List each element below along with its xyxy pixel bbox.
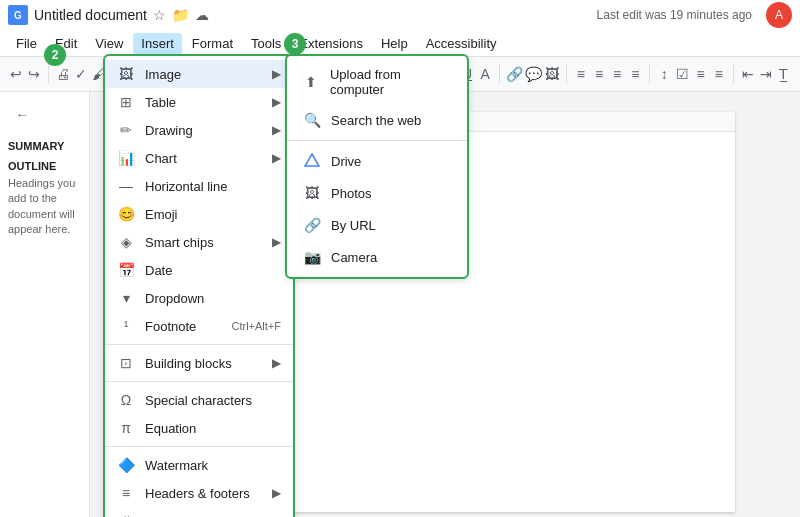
outline-hint: Headings you add to the document will ap… [8, 176, 81, 238]
toolbar-divider-10 [733, 64, 734, 84]
menu-format[interactable]: Format [184, 33, 241, 54]
menu-item-smartchips[interactable]: ◈ Smart chips ▶ [105, 228, 293, 256]
outline-title: OUTLINE [8, 160, 81, 172]
line-spacing-button[interactable]: ↕ [656, 60, 672, 88]
menu-item-chart[interactable]: 📊 Chart ▶ [105, 144, 293, 172]
drawing-menu-label: Drawing [145, 123, 262, 138]
footnote-menu-label: Footnote [145, 319, 221, 334]
hline-menu-icon: — [117, 177, 135, 195]
image-submenu: ⬆ Upload from computer 🔍 Search the web … [287, 56, 467, 277]
doc-title: Untitled document [34, 7, 147, 23]
menu-item-specialchars[interactable]: Ω Special characters [105, 386, 293, 414]
insert-dropdown-menu: 🖼 Image ▶ ⊞ Table ▶ ✏ Drawing ▶ 📊 Chart … [105, 56, 293, 517]
submenu-drive[interactable]: Drive [287, 145, 467, 177]
menu-file[interactable]: File [8, 33, 45, 54]
menu-item-drawing[interactable]: ✏ Drawing ▶ [105, 116, 293, 144]
searchweb-icon: 🔍 [303, 111, 321, 129]
submenu-upload[interactable]: ⬆ Upload from computer [287, 60, 467, 104]
menu-item-blocks[interactable]: ⊡ Building blocks ▶ [105, 349, 293, 377]
avatar: A [766, 2, 792, 28]
sidebar: ← SUMMARY OUTLINE Headings you add to th… [0, 92, 90, 517]
dropdown-menu-icon: ▾ [117, 289, 135, 307]
increase-indent-button[interactable]: ⇥ [758, 60, 774, 88]
pagenums-menu-icon: # [117, 512, 135, 517]
image-menu-icon: 🖼 [117, 65, 135, 83]
chart-menu-arrow: ▶ [272, 151, 281, 165]
menu-insert[interactable]: Insert [133, 33, 182, 54]
undo-button[interactable]: ↩ [8, 60, 24, 88]
hline-menu-label: Horizontal line [145, 179, 281, 194]
doc-icon: G [8, 5, 28, 25]
watermark-menu-icon: 🔷 [117, 456, 135, 474]
blocks-menu-arrow: ▶ [272, 356, 281, 370]
menu-item-headers[interactable]: ≡ Headers & footers ▶ [105, 479, 293, 507]
smartchips-menu-arrow: ▶ [272, 235, 281, 249]
chart-menu-label: Chart [145, 151, 262, 166]
table-menu-label: Table [145, 95, 262, 110]
equation-menu-label: Equation [145, 421, 281, 436]
link-button[interactable]: 🔗 [506, 60, 523, 88]
align-right-button[interactable]: ≡ [609, 60, 625, 88]
menu-item-pagenums[interactable]: # Page numbers ▶ [105, 507, 293, 517]
table-menu-arrow: ▶ [272, 95, 281, 109]
menu-item-footnote[interactable]: ¹ Footnote Ctrl+Alt+F [105, 312, 293, 340]
back-button[interactable]: ← [8, 100, 36, 128]
submenu-photos[interactable]: 🖼 Photos [287, 177, 467, 209]
dropdown-menu-label: Dropdown [145, 291, 281, 306]
menu-item-image[interactable]: 🖼 Image ▶ [105, 60, 293, 88]
emoji-menu-label: Emoji [145, 207, 281, 222]
decrease-indent-button[interactable]: ⇤ [739, 60, 755, 88]
menu-item-table[interactable]: ⊞ Table ▶ [105, 88, 293, 116]
menu-view[interactable]: View [87, 33, 131, 54]
checklist-button[interactable]: ☑ [674, 60, 690, 88]
align-center-button[interactable]: ≡ [591, 60, 607, 88]
redo-button[interactable]: ↪ [26, 60, 42, 88]
blocks-menu-label: Building blocks [145, 356, 262, 371]
bullet-list-button[interactable]: ≡ [692, 60, 708, 88]
clear-formatting-button[interactable]: T̲ [776, 60, 792, 88]
toolbar-divider-1 [48, 64, 49, 84]
menu-divider-1 [105, 344, 293, 345]
menu-accessibility[interactable]: Accessibility [418, 33, 505, 54]
smartchips-menu-icon: ◈ [117, 233, 135, 251]
blocks-menu-icon: ⊡ [117, 354, 135, 372]
menu-tools[interactable]: Tools [243, 33, 289, 54]
svg-marker-0 [305, 154, 319, 166]
align-justify-button[interactable]: ≡ [627, 60, 643, 88]
menu-divider-2 [105, 381, 293, 382]
comment-button[interactable]: 💬 [525, 60, 542, 88]
submenu-camera[interactable]: 📷 Camera [287, 241, 467, 273]
image-button[interactable]: 🖼 [544, 60, 560, 88]
submenu-divider-1 [287, 140, 467, 141]
summary-title: SUMMARY [8, 140, 81, 152]
table-menu-icon: ⊞ [117, 93, 135, 111]
menu-item-emoji[interactable]: 😊 Emoji [105, 200, 293, 228]
footnote-menu-icon: ¹ [117, 317, 135, 335]
menu-help[interactable]: Help [373, 33, 416, 54]
equation-menu-icon: π [117, 419, 135, 437]
menu-item-dropdown[interactable]: ▾ Dropdown [105, 284, 293, 312]
folder-icon[interactable]: 📁 [172, 7, 189, 23]
headers-menu-icon: ≡ [117, 484, 135, 502]
drive-icon [303, 152, 321, 170]
watermark-menu-label: Watermark [145, 458, 281, 473]
menu-item-hline[interactable]: — Horizontal line [105, 172, 293, 200]
date-menu-icon: 📅 [117, 261, 135, 279]
menu-item-equation[interactable]: π Equation [105, 414, 293, 442]
url-icon: 🔗 [303, 216, 321, 234]
image-menu-arrow: ▶ [272, 67, 281, 81]
camera-label: Camera [331, 250, 377, 265]
last-edit: Last edit was 19 minutes ago [597, 8, 752, 22]
menu-item-date[interactable]: 📅 Date [105, 256, 293, 284]
toolbar-divider-8 [566, 64, 567, 84]
menu-item-watermark[interactable]: 🔷 Watermark [105, 451, 293, 479]
spellcheck-button[interactable]: ✓ [73, 60, 89, 88]
searchweb-label: Search the web [331, 113, 421, 128]
gdrive-icon[interactable]: ☁ [195, 7, 209, 23]
star-icon[interactable]: ☆ [153, 7, 166, 23]
color-button[interactable]: A [477, 60, 493, 88]
align-left-button[interactable]: ≡ [573, 60, 589, 88]
numbered-list-button[interactable]: ≡ [711, 60, 727, 88]
submenu-url[interactable]: 🔗 By URL [287, 209, 467, 241]
submenu-searchweb[interactable]: 🔍 Search the web [287, 104, 467, 136]
